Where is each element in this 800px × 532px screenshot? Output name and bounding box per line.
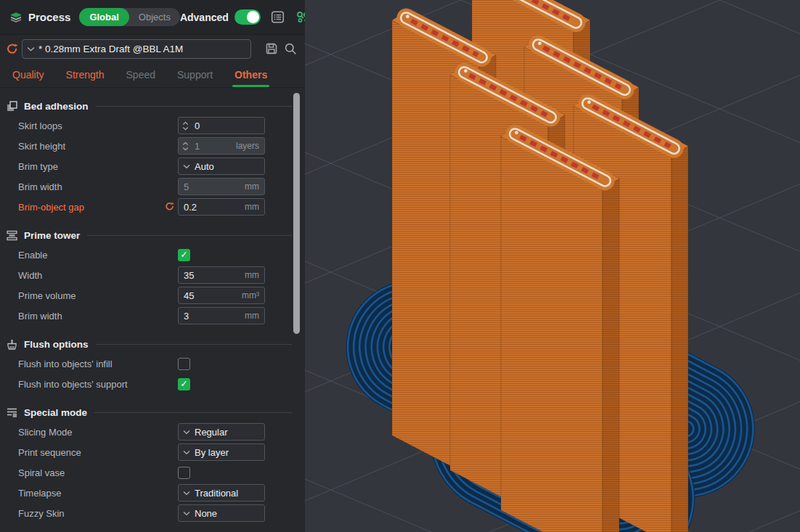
- flush-options-icon: [6, 338, 18, 351]
- field-value: 45: [184, 290, 194, 301]
- checkbox-unchecked[interactable]: [178, 358, 190, 370]
- spinner-arrows[interactable]: [182, 142, 189, 151]
- advanced-toggle[interactable]: [234, 9, 261, 25]
- setting-row: Skirt loops0: [0, 115, 305, 136]
- spinner-arrows[interactable]: [182, 121, 189, 131]
- field-unit: mm: [245, 181, 259, 192]
- setting-label: Skirt loops: [0, 120, 178, 131]
- chevron-down-icon: [27, 46, 35, 52]
- preset-dropdown[interactable]: * 0.28mm Extra Draft @BBL A1M: [22, 39, 251, 59]
- setting-row: Width35mm: [0, 265, 305, 285]
- field-value: 0: [195, 120, 200, 131]
- input-field[interactable]: 0: [178, 117, 265, 134]
- reset-icon[interactable]: [4, 41, 19, 56]
- section-title: Prime tower: [24, 230, 80, 241]
- setting-label: Width: [0, 270, 178, 281]
- setting-row: Fuzzy SkinNone: [0, 503, 305, 523]
- section-title: Special mode: [24, 407, 87, 418]
- section-title: Bed adhesion: [24, 101, 89, 112]
- section-header-bed-adhesion: Bed adhesion: [0, 97, 305, 115]
- setting-row: Prime volume45mm³: [0, 285, 305, 306]
- chevron-down-icon: [183, 164, 190, 169]
- scope-global[interactable]: Global: [79, 8, 128, 26]
- field-value: None: [195, 508, 217, 519]
- section-title: Flush options: [24, 339, 89, 350]
- panel-title: Process: [28, 11, 70, 23]
- setting-row: Brim-object gap0.2mm: [0, 197, 305, 217]
- panel-topbar: Process Global Objects Advanced: [0, 0, 305, 35]
- field-value: 5: [184, 181, 189, 192]
- select-field[interactable]: By layer: [178, 443, 265, 461]
- field-value: Traditional: [195, 488, 238, 499]
- setting-label: Brim type: [0, 161, 178, 172]
- field-unit: mm: [245, 270, 259, 280]
- field-unit: mm³: [242, 290, 259, 300]
- tab-strength[interactable]: Strength: [66, 69, 105, 81]
- scope-objects[interactable]: Objects: [129, 12, 180, 22]
- 3d-scene[interactable]: [305, 0, 800, 532]
- select-field[interactable]: Regular: [178, 423, 265, 441]
- tab-others[interactable]: Others: [234, 69, 267, 81]
- checkbox-checked[interactable]: ✓: [178, 378, 190, 390]
- settings-tabs: QualityStrengthSpeedSupportOthers: [0, 62, 305, 88]
- setting-row: Print sequenceBy layer: [0, 442, 305, 462]
- field-unit: mm: [245, 311, 259, 321]
- field-unit: layers: [236, 141, 259, 151]
- select-field[interactable]: None: [178, 504, 265, 522]
- process-panel: Process Global Objects Advanced: [0, 0, 305, 532]
- tab-support[interactable]: Support: [177, 69, 213, 81]
- save-icon[interactable]: [264, 41, 279, 56]
- setting-label: Brim-object gap: [0, 202, 178, 213]
- 3d-viewport[interactable]: [305, 0, 800, 532]
- select-field[interactable]: Auto: [178, 157, 265, 175]
- search-icon[interactable]: [283, 41, 298, 56]
- prime-tower-icon: [6, 229, 18, 242]
- input-field[interactable]: 5mm: [178, 178, 265, 195]
- checkbox-checked[interactable]: ✓: [178, 249, 190, 261]
- field-value: Regular: [195, 427, 228, 438]
- setting-label: Enable: [0, 250, 178, 261]
- section-header-special-mode: Special mode: [0, 403, 305, 422]
- setting-row: Brim width5mm: [0, 176, 305, 197]
- setting-label: Brim width: [0, 311, 178, 322]
- setting-label: Timelapse: [0, 488, 178, 499]
- setting-label: Fuzzy Skin: [0, 508, 178, 519]
- setting-label: Flush into objects' support: [0, 379, 178, 390]
- chevron-down-icon: [183, 450, 190, 455]
- input-field[interactable]: 35mm: [178, 266, 265, 284]
- bed-adhesion-icon: [6, 100, 18, 112]
- preset-value: * 0.28mm Extra Draft @BBL A1M: [38, 44, 183, 54]
- setting-label: Flush into objects' infill: [0, 359, 178, 369]
- tab-speed[interactable]: Speed: [126, 69, 155, 81]
- preset-list-icon[interactable]: [271, 10, 285, 25]
- reset-icon[interactable]: [164, 201, 175, 212]
- checkbox-unchecked[interactable]: [178, 467, 190, 479]
- printed-object[interactable]: [501, 126, 619, 532]
- input-field[interactable]: 45mm³: [178, 287, 265, 304]
- setting-label: Spiral vase: [0, 467, 178, 478]
- setting-row: Flush into objects' infill: [0, 353, 305, 374]
- tab-quality[interactable]: Quality: [12, 69, 44, 81]
- input-field[interactable]: 0.2mm: [178, 198, 265, 216]
- scope-toggle[interactable]: Global Objects: [79, 8, 180, 26]
- scrollbar-thumb[interactable]: [293, 93, 300, 334]
- advanced-label: Advanced: [180, 12, 229, 23]
- setting-row: Brim typeAuto: [0, 156, 305, 176]
- select-field[interactable]: Traditional: [178, 484, 265, 502]
- layers-icon: [9, 10, 23, 25]
- section-divider: [87, 235, 292, 236]
- input-field[interactable]: 1layers: [178, 137, 265, 155]
- setting-row: Enable✓: [0, 245, 305, 265]
- input-field[interactable]: 3mm: [178, 307, 265, 324]
- setting-row: Slicing ModeRegular: [0, 422, 305, 442]
- section-header-prime-tower: Prime tower: [0, 226, 305, 245]
- setting-label: Slicing Mode: [0, 427, 178, 438]
- setting-row: TimelapseTraditional: [0, 483, 305, 503]
- setting-row: Flush into objects' support✓: [0, 374, 305, 394]
- field-value: Auto: [195, 161, 214, 172]
- chevron-down-icon: [183, 491, 190, 496]
- section-header-flush-options: Flush options: [0, 335, 305, 353]
- section-divider: [96, 106, 292, 107]
- chevron-down-icon: [183, 511, 190, 516]
- settings-list: Bed adhesionSkirt loops0Skirt height1lay…: [0, 97, 305, 532]
